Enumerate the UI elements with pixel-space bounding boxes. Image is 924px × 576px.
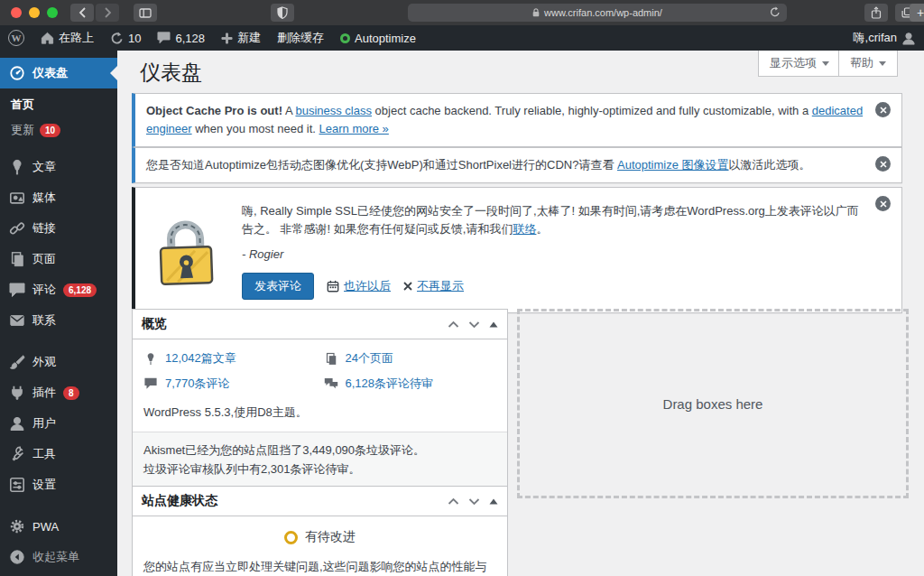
sidebar-item-links[interactable]: 链接 xyxy=(0,213,117,244)
comments-link[interactable]: 6,128 xyxy=(149,25,213,51)
pages-count-link[interactable]: 24个页面 xyxy=(346,350,393,367)
notice-autoptimize: 您是否知道Autoptimize包括动态图像优化(支持WebP)和通过Short… xyxy=(132,147,902,183)
dismiss-notice-button[interactable] xyxy=(875,156,891,172)
sidebar-item-media[interactable]: 媒体 xyxy=(0,182,117,213)
akismet-link[interactable]: Akismet xyxy=(143,443,185,457)
sidebar-item-contact[interactable]: 联系 xyxy=(0,305,117,336)
autoptimize-menu[interactable]: Autoptimize xyxy=(332,25,424,51)
move-down-button[interactable] xyxy=(468,497,480,506)
submenu-item-home[interactable]: 首页 xyxy=(0,92,117,117)
help-tab[interactable]: 帮助 xyxy=(838,51,898,77)
sidebar-item-tools[interactable]: 工具 xyxy=(0,439,117,469)
widget-header[interactable]: 概览 xyxy=(133,310,507,339)
sidebar-item-pages[interactable]: 页面 xyxy=(0,244,117,274)
widget-drop-zone[interactable]: Drag boxes here xyxy=(517,309,909,498)
plus-icon xyxy=(221,33,233,44)
sidebar-item-dashboard[interactable]: 仪表盘 xyxy=(0,58,117,88)
pushpin-icon xyxy=(9,159,25,175)
new-tab-button[interactable]: + xyxy=(910,4,924,22)
chevron-down-icon xyxy=(468,497,480,506)
address-bar[interactable]: www.crifan.com/wp-admin/ xyxy=(408,4,787,22)
autoptimize-icon xyxy=(340,33,350,43)
my-account-menu[interactable]: 嗨,crifan xyxy=(845,25,924,51)
autoptimize-settings-link[interactable]: Autoptimize 图像设置 xyxy=(617,158,729,172)
move-up-button[interactable] xyxy=(448,497,459,506)
business-class-link[interactable]: business class xyxy=(295,104,372,117)
sidebar-item-label: 仪表盘 xyxy=(32,65,68,81)
wp-logo-menu[interactable]: W xyxy=(0,25,32,51)
pages-icon xyxy=(9,251,25,267)
sidebar-item-appearance[interactable]: 外观 xyxy=(0,347,117,377)
sidebar-item-label: 联系 xyxy=(32,312,56,329)
move-down-button[interactable] xyxy=(468,321,480,329)
screen-options-tab[interactable]: 显示选项 xyxy=(758,51,841,77)
sidebar-item-posts[interactable]: 文章 xyxy=(0,152,117,182)
spam-queue-link[interactable]: 2,301条评论 xyxy=(261,462,326,476)
sidebar-item-settings[interactable]: 设置 xyxy=(0,469,117,500)
close-icon xyxy=(880,161,887,168)
drop-zone-label: Drag boxes here xyxy=(663,396,763,412)
minimize-window-button[interactable] xyxy=(29,7,40,18)
maybe-later-link[interactable]: 也许以后 xyxy=(344,277,391,295)
new-content-menu[interactable]: 新建 xyxy=(213,25,269,51)
forward-button[interactable] xyxy=(96,4,119,22)
active-arrow xyxy=(110,66,117,80)
pages-count-item[interactable]: 24个页面 xyxy=(324,350,497,367)
shield-icon xyxy=(277,6,288,19)
sidebar-toggle-button[interactable] xyxy=(134,4,157,22)
moderation-count-link[interactable]: 6,128条评论待审 xyxy=(346,376,434,392)
site-health-widget: 站点健康状态 有待改进 您的站点有应当立即处理关键问题,这些问题影响您的站点的性… xyxy=(132,486,508,576)
notice-object-cache-pro: Object Cache Pro is out! A business clas… xyxy=(132,93,902,147)
leave-review-button[interactable]: 发表评论 xyxy=(242,273,314,300)
reload-button[interactable] xyxy=(770,6,781,20)
close-icon xyxy=(403,282,412,291)
sidebar-item-label: 用户 xyxy=(32,415,56,432)
wp-admin-bar: W 在路上 10 6,128 新建 删除缓存 Autoptimize 嗨,cri… xyxy=(0,25,924,51)
close-window-button[interactable] xyxy=(11,7,22,18)
collapse-menu-button[interactable]: 收起菜单 xyxy=(0,542,117,572)
gear-icon xyxy=(9,518,25,534)
plugin-icon xyxy=(9,385,25,401)
dont-show-again-link[interactable]: 不再显示 xyxy=(417,277,464,295)
pages-icon xyxy=(324,352,338,366)
flush-cache-label: 删除缓存 xyxy=(277,30,324,46)
dismiss-notice-button[interactable] xyxy=(875,196,891,211)
toggle-panel-button[interactable] xyxy=(489,498,498,505)
flush-cache-button[interactable]: 删除缓存 xyxy=(269,25,332,51)
zoom-window-button[interactable] xyxy=(47,7,58,18)
theme-link[interactable]: D8 xyxy=(257,405,273,419)
reload-icon xyxy=(770,6,781,18)
comments-count-item[interactable]: 7,770条评论 xyxy=(143,376,317,392)
updates-link[interactable]: 10 xyxy=(102,25,149,51)
sidebar-item-comments[interactable]: 评论 6,128 xyxy=(0,274,117,305)
posts-count-item[interactable]: 12,042篇文章 xyxy=(143,350,317,367)
sidebar-item-users[interactable]: 用户 xyxy=(0,408,117,439)
visit-site-link[interactable]: 在路上 xyxy=(32,25,102,51)
posts-count-link[interactable]: 12,042篇文章 xyxy=(165,350,236,367)
sidebar-item-label: 收起菜单 xyxy=(32,549,79,565)
share-button[interactable] xyxy=(864,4,888,22)
browser-toolbar: www.crifan.com/wp-admin/ + xyxy=(0,0,924,25)
wrench-icon xyxy=(9,446,25,462)
page-title: 仪表盘 xyxy=(140,59,202,87)
move-up-button[interactable] xyxy=(448,321,459,329)
comments-count-link[interactable]: 7,770条评论 xyxy=(165,376,230,392)
back-button[interactable] xyxy=(70,4,94,22)
sidebar-item-plugins[interactable]: 插件 8 xyxy=(0,377,117,408)
contact-us-link[interactable]: 联络 xyxy=(513,222,536,236)
toggle-panel-button[interactable] xyxy=(489,321,498,328)
privacy-report-button[interactable] xyxy=(271,4,294,22)
sidebar-item-label: 设置 xyxy=(32,477,56,493)
comment-bubble-icon xyxy=(143,377,158,390)
sidebar-item-label: PWA xyxy=(32,520,59,534)
at-a-glance-widget: 概览 12,042篇文章 24个页面 7,770条评论 6,12 xyxy=(132,309,508,489)
moderation-count-item[interactable]: 6,128条评论待审 xyxy=(324,376,497,392)
user-icon xyxy=(9,415,25,432)
widget-header[interactable]: 站点健康状态 xyxy=(133,487,507,516)
comments-count: 6,128 xyxy=(175,32,205,45)
sidebar-item-pwa[interactable]: PWA xyxy=(0,511,117,542)
submenu-item-updates[interactable]: 更新 10 xyxy=(0,117,117,143)
dismiss-notice-button[interactable] xyxy=(875,102,891,117)
learn-more-link[interactable]: Learn more » xyxy=(319,122,389,135)
akismet-stats: Akismet已经为您的站点阻挡了3,449,090条垃圾评论。 垃圾评论审核队… xyxy=(133,432,507,488)
